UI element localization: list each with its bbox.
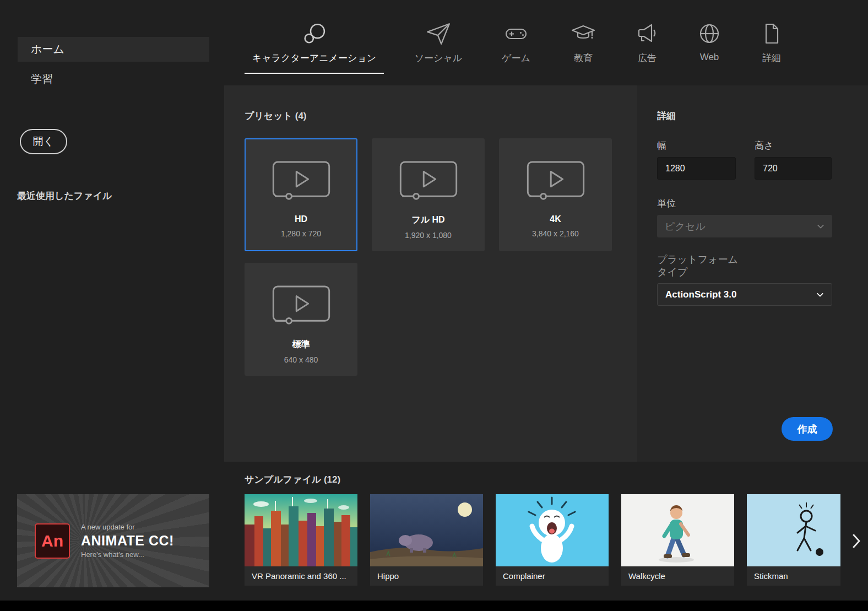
units-select-value: ピクセル: [665, 220, 706, 233]
video-preset-icon: [526, 160, 585, 206]
sample-file-vr-panoramic[interactable]: VR Panoramic and 360 ...: [245, 494, 357, 586]
tab-label: 教育: [574, 52, 593, 64]
sample-thumbnail-complainer: [496, 494, 609, 566]
preset-size: 640 x 480: [284, 355, 318, 364]
width-input[interactable]: [657, 157, 736, 180]
create-button[interactable]: 作成: [782, 417, 833, 441]
sample-file-stickman[interactable]: Stickman: [747, 494, 840, 586]
units-select[interactable]: ピクセル: [657, 215, 832, 237]
bottom-strip: [0, 601, 868, 611]
animate-logo: An: [35, 523, 70, 559]
paper-plane-icon: [425, 15, 452, 52]
preset-size: 1,280 x 720: [281, 229, 321, 238]
presets-title: プリセット (4): [245, 110, 307, 122]
sample-caption: Walkcycle: [621, 566, 734, 586]
globe-icon: [696, 15, 723, 52]
samples-title: サンプルファイル (12): [245, 473, 340, 486]
preset-card-4k[interactable]: 4K 3,840 x 2,160: [499, 138, 612, 251]
tab-education[interactable]: 教育: [563, 0, 603, 85]
samples-next-chevron-icon[interactable]: [849, 530, 864, 552]
width-label: 幅: [657, 139, 666, 152]
tab-social[interactable]: ソーシャル: [408, 0, 469, 85]
tab-label: ソーシャル: [415, 52, 463, 64]
sample-thumbnail-stickman: [747, 494, 840, 566]
tab-game[interactable]: ゲーム: [493, 0, 539, 85]
preset-name: フル HD: [411, 214, 444, 226]
tab-label: ゲーム: [502, 52, 530, 64]
category-tabs: キャラクターアニメーション ソーシャル ゲーム: [245, 0, 791, 85]
video-preset-icon: [272, 285, 331, 330]
presets-panel: プリセット (4) HD 1,280 x 720: [224, 85, 637, 462]
samples-row: VR Panoramic and 360 ...: [245, 494, 840, 586]
tab-label: キャラクターアニメーション: [252, 52, 376, 64]
sample-file-complainer[interactable]: Complainer: [496, 494, 609, 586]
preset-card-full-hd[interactable]: フル HD 1,920 x 1,080: [372, 138, 485, 251]
tab-label: 詳細: [762, 52, 781, 64]
animate-update-banner[interactable]: An A new update for ANIMATE CC! Here's w…: [17, 494, 209, 587]
tab-web[interactable]: Web: [691, 0, 728, 85]
sidebar-item-learn[interactable]: 学習: [18, 67, 209, 90]
platform-type-label: プラットフォームタイプ: [657, 253, 742, 278]
preset-grid: HD 1,280 x 720 フル HD 1,920 x 1,080: [245, 138, 612, 376]
animate-start-screen: ホーム 学習 開く 最近使用したファイル キャラクターアニメーション ソーシャル: [0, 0, 868, 611]
preset-name: 標準: [292, 339, 310, 350]
units-label: 単位: [657, 197, 676, 210]
sample-thumbnail-walkcycle: [621, 494, 734, 566]
graduation-cap-icon: [570, 15, 596, 52]
preset-card-standard[interactable]: 標準 640 x 480: [245, 263, 357, 376]
chevron-down-icon: [816, 289, 824, 300]
sample-thumbnail-night-hippo: [370, 494, 483, 566]
tab-advanced[interactable]: 詳細: [752, 0, 791, 85]
height-label: 高さ: [755, 139, 773, 152]
preset-name: 4K: [550, 214, 561, 224]
sample-thumbnail-cityscape: [245, 494, 357, 566]
video-preset-icon: [272, 160, 331, 206]
details-panel: 詳細 幅 高さ 単位 ピクセル プラットフォームタイプ ActionScript…: [637, 85, 868, 462]
sample-file-walkcycle[interactable]: Walkcycle: [621, 494, 734, 586]
tab-advertising[interactable]: 広告: [627, 0, 667, 85]
banner-line2: ANIMATE CC!: [81, 533, 174, 549]
sidebar-item-home-label: ホーム: [31, 42, 64, 57]
tab-label: 広告: [638, 52, 657, 64]
character-animation-icon: [300, 15, 329, 52]
document-icon: [758, 15, 785, 52]
sample-file-hippo[interactable]: Hippo: [370, 494, 483, 586]
sidebar-item-home[interactable]: ホーム: [18, 37, 209, 62]
sample-caption: Stickman: [747, 566, 840, 586]
gamepad-icon: [503, 15, 529, 52]
platform-type-select[interactable]: ActionScript 3.0: [657, 283, 832, 306]
chevron-down-icon: [817, 220, 824, 232]
recent-files-label: 最近使用したファイル: [17, 190, 112, 202]
banner-line3: Here's what's new...: [81, 550, 174, 559]
preset-size: 3,840 x 2,160: [532, 229, 579, 238]
platform-type-value: ActionScript 3.0: [665, 289, 736, 300]
megaphone-icon: [634, 15, 660, 52]
tab-character-animation[interactable]: キャラクターアニメーション: [245, 0, 384, 85]
height-input[interactable]: [755, 157, 832, 180]
banner-text: A new update for ANIMATE CC! Here's what…: [81, 523, 174, 559]
sample-caption: Complainer: [496, 566, 609, 586]
preset-name: HD: [295, 214, 307, 224]
tab-label: Web: [700, 52, 719, 63]
sample-caption: VR Panoramic and 360 ...: [245, 566, 357, 586]
banner-line1: A new update for: [81, 523, 174, 531]
sidebar-item-learn-label: 学習: [31, 72, 53, 86]
preset-card-hd[interactable]: HD 1,280 x 720: [245, 138, 357, 251]
open-button[interactable]: 開く: [20, 129, 67, 154]
preset-size: 1,920 x 1,080: [405, 231, 452, 240]
video-preset-icon: [399, 160, 458, 206]
details-title: 詳細: [657, 110, 676, 122]
sample-caption: Hippo: [370, 566, 483, 586]
